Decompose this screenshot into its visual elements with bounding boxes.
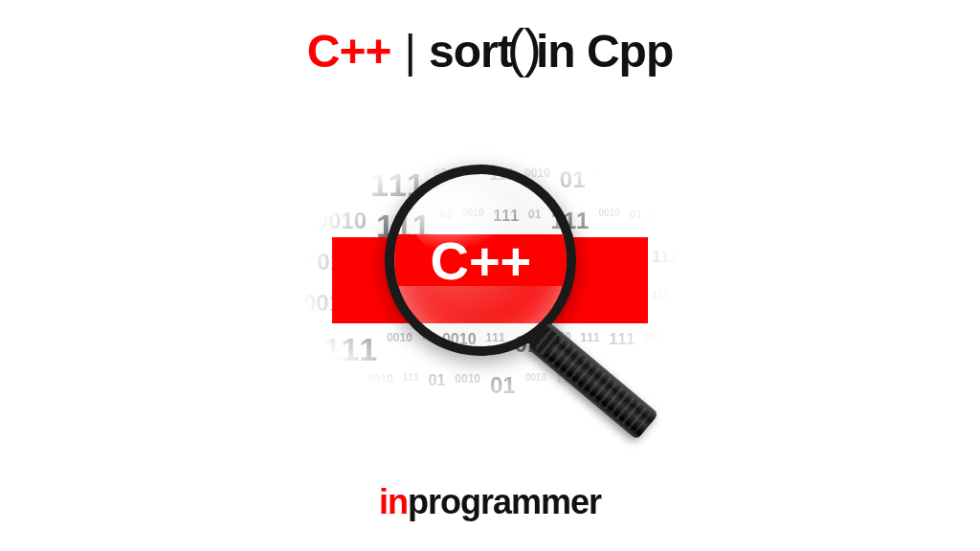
binary-token: 111	[437, 413, 457, 443]
binary-token: 111	[582, 413, 608, 443]
brand-rest: programmer	[408, 482, 601, 521]
binary-token: 111	[274, 372, 312, 409]
binary-token: 01	[495, 125, 512, 163]
binary-token: 0010	[434, 125, 460, 163]
binary-token: 0010	[525, 372, 546, 409]
brand-accent: in	[379, 482, 408, 521]
magnifier-icon: C++	[385, 165, 576, 356]
binary-token: 01	[490, 372, 516, 409]
binary-token: 111	[595, 166, 612, 204]
binary-token: 01	[676, 331, 693, 368]
hero-illustration: 0111100100100101110101001011100100111101…	[260, 118, 720, 443]
heading-title: sort () in Cpp	[429, 24, 673, 77]
binary-token: 0010	[546, 413, 572, 443]
binary-token: 111	[280, 208, 306, 245]
binary-token: 111	[653, 290, 669, 327]
binary-token: 0010	[368, 372, 393, 409]
binary-token: 01	[687, 249, 698, 286]
binary-token: 0010	[644, 331, 665, 368]
binary-token: 0010	[643, 166, 678, 204]
binary-token: 111	[282, 249, 308, 286]
binary-token: 111	[469, 125, 485, 163]
binary-token: 01	[322, 372, 358, 409]
binary-token: 111	[653, 249, 679, 286]
binary-token: 01	[680, 372, 706, 409]
brand-logo: inprogrammer	[379, 482, 601, 522]
binary-token: 111	[403, 372, 419, 409]
binary-token: 111	[351, 413, 370, 443]
binary-token: 0010	[269, 413, 342, 443]
binary-token: 01	[273, 125, 283, 163]
binary-token: 0010	[455, 372, 480, 409]
binary-token: 0010	[544, 125, 594, 163]
page-title: C++ | sort () in Cpp	[307, 24, 673, 77]
binary-token: 0010	[466, 413, 517, 443]
binary-token: 111	[268, 290, 294, 327]
binary-token: 111	[610, 331, 635, 368]
heading-title-rest: in Cpp	[536, 25, 673, 77]
binary-token: 0010	[630, 125, 656, 163]
binary-token: 0010	[309, 166, 360, 204]
binary-token: 01	[620, 166, 633, 204]
binary-token: 01	[665, 125, 682, 163]
binary-token: 111	[605, 125, 621, 163]
binary-token: 111	[293, 125, 319, 163]
binary-token: 01	[288, 331, 314, 368]
binary-token: 0010	[380, 413, 401, 443]
binary-token: 01	[526, 413, 537, 443]
lens-text: C++	[430, 230, 531, 292]
binary-token: 01	[283, 166, 301, 204]
binary-token: 01	[389, 125, 425, 163]
binary-token: 0010	[327, 125, 378, 163]
binary-token: 111	[692, 125, 708, 163]
binary-token: 01	[522, 125, 534, 163]
binary-token: 01	[411, 413, 428, 443]
binary-token: 111	[673, 413, 711, 443]
heading-title-word: sort	[429, 25, 512, 77]
binary-token: 01	[686, 166, 697, 204]
binary-token: 111	[323, 331, 377, 368]
binary-token: 0010	[679, 208, 700, 245]
heading-lang: C++	[307, 25, 391, 77]
binary-token: 01	[429, 372, 446, 409]
heading-title-paren: ()	[507, 21, 541, 75]
heading-divider: |	[404, 25, 414, 77]
binary-token: 01	[652, 208, 669, 245]
binary-token: 0010	[678, 290, 712, 327]
